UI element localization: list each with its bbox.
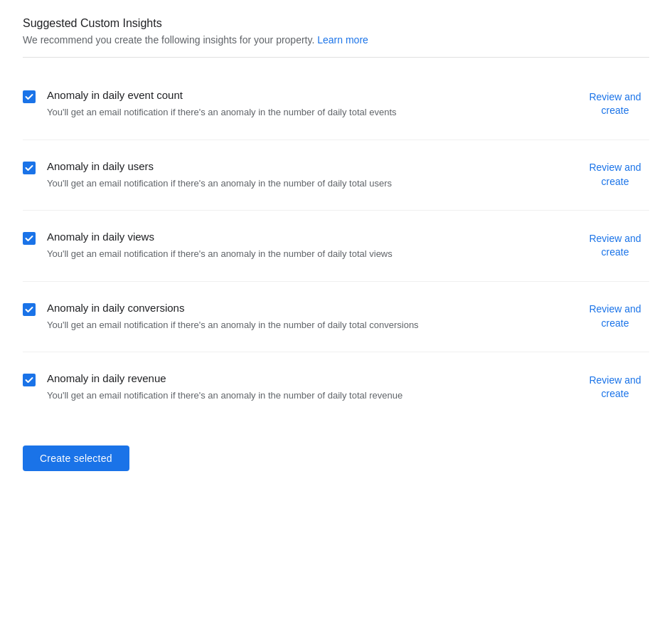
- review-link-daily-event-count[interactable]: Review andcreate: [564, 90, 649, 118]
- checkbox-daily-conversions[interactable]: [23, 303, 36, 316]
- page-title: Suggested Custom Insights: [23, 17, 649, 30]
- insight-title-daily-event-count: Anomaly in daily event count: [47, 89, 564, 101]
- insight-item-daily-users: Anomaly in daily users You'll get an ema…: [23, 140, 649, 211]
- insight-content-daily-revenue: Anomaly in daily revenue You'll get an e…: [47, 372, 564, 403]
- review-link-daily-conversions[interactable]: Review andcreate: [564, 302, 649, 330]
- checkbox-wrapper-daily-revenue: [23, 374, 36, 386]
- checkbox-daily-views[interactable]: [23, 232, 36, 245]
- checkbox-daily-revenue[interactable]: [23, 374, 36, 386]
- insight-description-daily-users: You'll get an email notification if ther…: [47, 176, 530, 191]
- insight-left-daily-conversions: Anomaly in daily conversions You'll get …: [23, 302, 564, 332]
- page-subtitle: We recommend you create the following in…: [23, 34, 649, 46]
- review-link-daily-views[interactable]: Review andcreate: [564, 232, 649, 260]
- insight-item-daily-revenue: Anomaly in daily revenue You'll get an e…: [23, 352, 649, 423]
- insight-description-daily-views: You'll get an email notification if ther…: [47, 247, 530, 261]
- checkbox-wrapper-daily-event-count: [23, 90, 36, 103]
- learn-more-link[interactable]: Learn more: [317, 34, 368, 46]
- checkbox-daily-event-count[interactable]: [23, 90, 36, 103]
- header-divider: [23, 57, 649, 58]
- insight-item-daily-event-count: Anomaly in daily event count You'll get …: [23, 69, 649, 140]
- insight-title-daily-views: Anomaly in daily views: [47, 231, 564, 243]
- insight-content-daily-views: Anomaly in daily views You'll get an ema…: [47, 231, 564, 261]
- insight-left-daily-event-count: Anomaly in daily event count You'll get …: [23, 89, 564, 120]
- subtitle-text: We recommend you create the following in…: [23, 34, 317, 46]
- review-link-daily-users[interactable]: Review andcreate: [564, 161, 649, 189]
- insight-left-daily-users: Anomaly in daily users You'll get an ema…: [23, 160, 564, 191]
- insight-left-daily-views: Anomaly in daily views You'll get an ema…: [23, 231, 564, 261]
- checkbox-wrapper-daily-conversions: [23, 303, 36, 316]
- insight-content-daily-event-count: Anomaly in daily event count You'll get …: [47, 89, 564, 120]
- create-selected-button[interactable]: Create selected: [23, 445, 129, 471]
- review-link-daily-revenue[interactable]: Review andcreate: [564, 374, 649, 401]
- insight-content-daily-users: Anomaly in daily users You'll get an ema…: [47, 160, 564, 191]
- insight-description-daily-conversions: You'll get an email notification if ther…: [47, 318, 530, 332]
- insight-content-daily-conversions: Anomaly in daily conversions You'll get …: [47, 302, 564, 332]
- insight-title-daily-users: Anomaly in daily users: [47, 160, 564, 172]
- footer: Create selected: [23, 445, 649, 471]
- checkbox-wrapper-daily-views: [23, 232, 36, 245]
- insight-description-daily-event-count: You'll get an email notification if ther…: [47, 105, 530, 120]
- page-container: Suggested Custom Insights We recommend y…: [23, 17, 649, 471]
- checkbox-daily-users[interactable]: [23, 162, 36, 174]
- insight-title-daily-conversions: Anomaly in daily conversions: [47, 302, 564, 314]
- insight-left-daily-revenue: Anomaly in daily revenue You'll get an e…: [23, 372, 564, 403]
- insight-item-daily-conversions: Anomaly in daily conversions You'll get …: [23, 282, 649, 353]
- insight-item-daily-views: Anomaly in daily views You'll get an ema…: [23, 211, 649, 282]
- insights-list: Anomaly in daily event count You'll get …: [23, 69, 649, 423]
- page-header: Suggested Custom Insights We recommend y…: [23, 17, 649, 46]
- insight-description-daily-revenue: You'll get an email notification if ther…: [47, 389, 530, 403]
- insight-title-daily-revenue: Anomaly in daily revenue: [47, 372, 564, 384]
- checkbox-wrapper-daily-users: [23, 162, 36, 174]
